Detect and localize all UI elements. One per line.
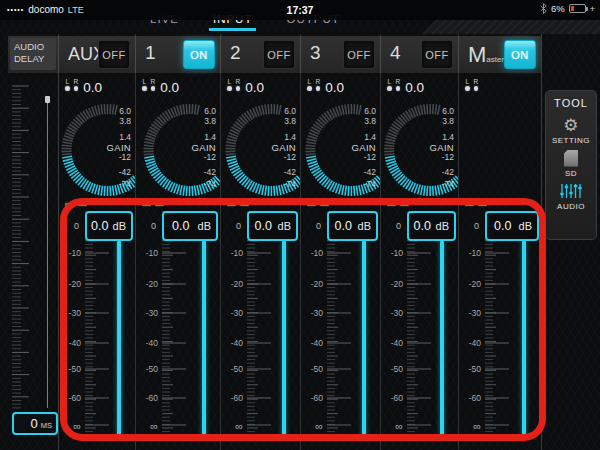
sd-card-icon xyxy=(564,148,578,168)
fader-value-box[interactable]: 0.0dB xyxy=(85,211,133,241)
channel-fader: 00.0dB-10-20-30-40-50-60∞ xyxy=(59,200,135,450)
fader-scale-label: ∞ xyxy=(221,420,243,432)
channel-fader: 00.0dB-10-20-30-40-50-60∞ xyxy=(136,200,220,450)
gain-scale-label: 1.4 xyxy=(119,132,131,142)
channel-power-button-aux[interactable]: OFF xyxy=(98,40,130,69)
fader-track[interactable] xyxy=(362,240,366,436)
gain-scale-label: -42 xyxy=(119,167,131,177)
gain-scale-label: -74 xyxy=(204,179,216,189)
lr-led xyxy=(465,86,470,91)
lr_meter_right: R xyxy=(151,78,156,91)
gain-scale-label: -12 xyxy=(119,152,131,162)
channel-power-button-m[interactable]: ON xyxy=(504,40,536,69)
fader-track[interactable] xyxy=(117,240,121,436)
lr_meter_left: L xyxy=(65,78,70,91)
right-column: TOOL ⚙SETTINGSDAUDIO xyxy=(540,34,600,450)
fader-scale-label: -10 xyxy=(136,248,158,258)
lr_meter_right: R xyxy=(316,78,321,91)
lr-led xyxy=(387,86,392,91)
fader-db-unit: dB xyxy=(436,220,454,232)
channel-power-button-2[interactable]: OFF xyxy=(263,40,295,69)
fader-scale-label: -30 xyxy=(459,308,481,318)
livewedge-app-screen: LiveWedge ••••• docomo LTE 17:37 6% + LI… xyxy=(0,0,600,450)
fader-track[interactable] xyxy=(282,240,286,436)
channel-power-button-4[interactable]: OFF xyxy=(421,40,453,69)
lr-led xyxy=(307,86,312,91)
lr_meter_right: R xyxy=(236,78,241,91)
gain-scale-label: 3.8 xyxy=(364,116,376,126)
gain-knob[interactable]: 6.03.81.4GAIN-12-42-74 xyxy=(221,96,300,200)
fader-scale-label: -60 xyxy=(59,393,81,403)
channel-strip-aux: AUXOFFLR0.06.03.81.4GAIN-12-42-7400.0dB-… xyxy=(59,34,136,450)
fader-db-value: 0.0 xyxy=(329,219,358,233)
fader-value-box[interactable]: 0.0dB xyxy=(247,211,298,241)
gain-knob[interactable]: 6.03.81.4GAIN-12-42-74 xyxy=(59,96,135,200)
meter-value: 0.0 xyxy=(83,80,102,95)
fader-scale-label: -50 xyxy=(221,364,243,374)
delay-scale-ruler xyxy=(8,82,58,422)
gain-scale-label: 3.8 xyxy=(204,116,216,126)
channel-header-m: MasterON xyxy=(458,36,541,73)
lr-led xyxy=(316,86,321,91)
audio-delay-column: AUDIO DELAY 0 MS xyxy=(8,34,58,450)
tool-item-sd[interactable]: SD xyxy=(552,148,590,178)
lr_meter_right: R xyxy=(474,78,479,91)
delay-slider-track[interactable] xyxy=(47,98,48,408)
fader-scale-label: -10 xyxy=(301,248,323,258)
bluetooth-icon xyxy=(540,3,547,14)
gain-knob[interactable]: 6.03.81.4GAIN-12-42-74 xyxy=(301,96,380,200)
channel-power-button-3[interactable]: OFF xyxy=(343,40,375,69)
tool-label-sd: SD xyxy=(565,169,577,178)
fader-scale-label: -40 xyxy=(59,338,81,348)
tool-item-setting[interactable]: ⚙SETTING xyxy=(552,115,590,145)
network-label: LTE xyxy=(68,5,84,15)
delay-value-box[interactable]: 0 MS xyxy=(12,412,58,435)
fader-track[interactable] xyxy=(202,240,206,436)
fader-scale-label: -10 xyxy=(221,248,243,258)
fader-scale-label: -10 xyxy=(381,248,403,258)
fader-value-box[interactable]: 0.0dB xyxy=(327,211,378,241)
gain-scale-label: -12 xyxy=(364,152,376,162)
channel-header-1: 1ON xyxy=(135,36,220,73)
fader-value-box[interactable]: 0.0dB xyxy=(162,211,218,241)
tool-item-audio[interactable]: AUDIO xyxy=(552,181,590,211)
audio-mixer-icon xyxy=(560,181,582,201)
fader-scale-label: -40 xyxy=(459,338,481,348)
channel-strip-1: 1ONLR0.06.03.81.4GAIN-12-42-7400.0dB-10-… xyxy=(136,34,221,450)
fader-scale-label: -30 xyxy=(301,308,323,318)
fader-scale-label: -20 xyxy=(136,279,158,289)
fader-db-value: 0.0 xyxy=(409,219,436,233)
channel-fader: 00.0dB-10-20-30-40-50-60∞ xyxy=(381,200,458,450)
lr-indicator: LR xyxy=(465,78,478,91)
meter-value: 0.0 xyxy=(160,80,179,95)
gain-knob[interactable]: 6.03.81.4GAIN-12-42-74 xyxy=(136,96,220,200)
fader-scale-label: -30 xyxy=(381,308,403,318)
lr-indicator: LR xyxy=(142,78,155,91)
fader-db-unit: dB xyxy=(519,220,537,232)
fader-scale-label: -20 xyxy=(459,279,481,289)
fader-value-box[interactable]: 0.0dB xyxy=(407,211,456,241)
fader-track[interactable] xyxy=(522,240,526,436)
gain-scale-label: -74 xyxy=(442,179,454,189)
fader-scale-label: -40 xyxy=(301,338,323,348)
signal-strength-icon: ••••• xyxy=(7,6,24,13)
fader-scale-label: -40 xyxy=(221,338,243,348)
fader-scale-label: -10 xyxy=(459,248,481,258)
gain-knob[interactable]: 6.03.81.4GAIN-12-42-74 xyxy=(381,96,458,200)
fader-track[interactable] xyxy=(440,240,444,436)
fader-scale-label: -20 xyxy=(221,279,243,289)
fader-scale-label: -30 xyxy=(59,308,81,318)
audio-delay-label: AUDIO DELAY xyxy=(10,38,56,70)
delay-value: 0 xyxy=(31,416,38,431)
fader-db-value: 0.0 xyxy=(164,219,198,233)
fader-db-value: 0.0 xyxy=(487,219,519,233)
fader-db-value: 0.0 xyxy=(249,219,278,233)
channel-header-4: 4OFF xyxy=(380,36,458,73)
fader-value-box[interactable]: 0.0dB xyxy=(485,211,539,241)
delay-slider-handle[interactable] xyxy=(45,96,50,103)
channel-header-2: 2OFF xyxy=(220,36,300,73)
status-bar: ••••• docomo LTE 17:37 xyxy=(0,0,600,20)
channel-power-button-1[interactable]: ON xyxy=(183,40,215,69)
fader-scale-label: ∞ xyxy=(59,420,81,432)
channel-lr-meter: LR0.0 xyxy=(65,78,102,98)
